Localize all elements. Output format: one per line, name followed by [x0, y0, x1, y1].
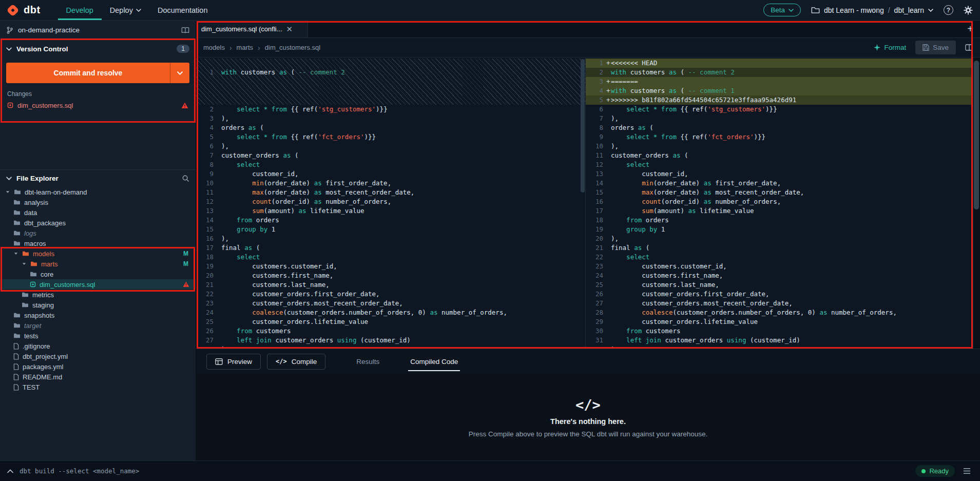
preview-button[interactable]: Preview — [206, 354, 261, 370]
line-number: 13 — [586, 169, 606, 179]
file-explorer-header[interactable]: File Explorer — [0, 169, 196, 187]
tree-item-tests[interactable]: tests — [0, 331, 196, 341]
code-line: 10), — [586, 142, 980, 151]
changed-file-row[interactable]: dim_customers.sql — [0, 99, 196, 112]
search-icon[interactable] — [182, 175, 189, 182]
diff-marker — [217, 290, 221, 299]
save-button[interactable]: Save — [915, 41, 956, 54]
new-tab-button[interactable]: + — [960, 21, 980, 37]
line-number: 22 — [196, 290, 217, 299]
tab-results[interactable]: Results — [354, 355, 381, 369]
nav-documentation[interactable]: Documentation — [149, 0, 216, 20]
breadcrumb-models[interactable]: models — [203, 44, 225, 51]
code-line: 27 left join customer_orders using (cust… — [196, 336, 585, 345]
compile-button[interactable]: </> Compile — [267, 354, 325, 370]
tree-item-logs[interactable]: logs — [0, 228, 196, 238]
line-number: 16 — [196, 234, 217, 243]
tree-item-label: TEST — [23, 383, 40, 391]
tree-item-core[interactable]: core — [0, 269, 196, 279]
command-input[interactable] — [20, 467, 909, 475]
settings-gear-icon[interactable] — [964, 6, 973, 15]
code-text: customers.first_name, — [611, 271, 980, 280]
folder-icon — [13, 209, 21, 216]
nav-develop[interactable]: Develop — [58, 0, 102, 20]
code-line: 11 max(order_date) as most_recent_order_… — [196, 188, 585, 197]
tree-item-dim_customers.sql[interactable]: dim_customers.sql — [0, 279, 196, 290]
left-pane-scrollbar[interactable] — [581, 59, 585, 193]
dbt-logo[interactable]: dbt — [6, 0, 41, 20]
split-view-icon[interactable] — [965, 44, 973, 51]
code-text: customer_id, — [221, 169, 585, 179]
diff-marker — [217, 179, 221, 188]
diff-marker: + — [606, 77, 611, 86]
tab-dim-customers[interactable]: dim_customers.sql (confli... ✕ — [196, 21, 308, 37]
empty-state-title: There's nothing here. — [550, 417, 626, 426]
line-number — [196, 77, 217, 86]
line-number: 8 — [196, 160, 217, 169]
diff-pane-incoming[interactable]: 1+<<<<<<< HEAD2with customers as ( -- co… — [586, 57, 980, 349]
breadcrumb: models › marts › dim_customers.sql — [203, 44, 320, 52]
commit-options-caret[interactable] — [170, 63, 189, 83]
beta-toggle[interactable]: Beta — [763, 4, 801, 16]
scrollbar-thumb[interactable] — [974, 61, 979, 209]
code-line: 25 customer_orders.lifetime_value — [196, 317, 585, 326]
folder-icon — [13, 333, 21, 339]
tree-item-macros[interactable]: macros — [0, 238, 196, 248]
breadcrumb-marts[interactable]: marts — [237, 44, 254, 51]
tab-compiled-code[interactable]: Compiled Code — [408, 355, 460, 369]
line-number: 24 — [586, 271, 606, 280]
tree-item-dbt_packages[interactable]: dbt_packages — [0, 218, 196, 228]
account-project-switcher[interactable]: dbt Learn - mwong / dbt_learn — [811, 6, 933, 14]
status-label: Ready — [929, 467, 949, 475]
editor-area: dim_customers.sql (confli... ✕ + models … — [196, 21, 980, 460]
breadcrumb-file[interactable]: dim_customers.sql — [265, 44, 320, 51]
tree-item-packages.yml[interactable]: packages.yml — [0, 361, 196, 372]
diff-marker — [606, 160, 611, 169]
tree-item-metrics[interactable]: metrics — [0, 290, 196, 300]
tree-item-models[interactable]: modelsM — [0, 248, 196, 259]
code-text: coalesce(customer_orders.number_of_order… — [611, 308, 980, 317]
diff-marker — [217, 77, 221, 86]
diff-marker — [217, 345, 221, 349]
editor-scrollbar[interactable] — [973, 57, 980, 349]
line-number: 20 — [586, 234, 606, 243]
tree-item-analysis[interactable]: analysis — [0, 197, 196, 207]
code-text: select * from {{ ref('stg_customers')}} — [221, 105, 585, 114]
diff-editor[interactable]: 1with customers as ( -- comment 22 selec… — [196, 57, 980, 349]
code-text: ), — [221, 234, 585, 243]
docs-icon[interactable] — [181, 27, 189, 34]
git-branch-row[interactable]: on-demand-practice — [0, 21, 196, 40]
nav-deploy[interactable]: Deploy — [102, 0, 149, 20]
line-number: 23 — [196, 299, 217, 308]
tree-item-TEST[interactable]: TEST — [0, 382, 196, 392]
tree-item-staging[interactable]: staging — [0, 300, 196, 310]
tree-item-snapshots[interactable]: snapshots — [0, 310, 196, 320]
top-nav: dbt Develop Deploy Documentation Beta db… — [0, 0, 980, 21]
close-tab-icon[interactable]: ✕ — [286, 25, 293, 34]
diff-marker — [606, 142, 611, 151]
file-icon — [13, 343, 19, 350]
tree-item-data[interactable]: data — [0, 207, 196, 218]
line-number: 10 — [196, 179, 217, 188]
chevron-up-icon[interactable] — [7, 469, 13, 473]
tree-item-dbt_project.yml[interactable]: dbt_project.yml — [0, 351, 196, 361]
tree-item-target[interactable]: target — [0, 320, 196, 331]
folder-icon — [13, 199, 21, 205]
commit-and-resolve-button[interactable]: Commit and resolve — [6, 63, 189, 83]
diff-pane-current[interactable]: 1with customers as ( -- comment 22 selec… — [196, 57, 586, 349]
menu-icon[interactable] — [961, 466, 973, 476]
version-control-header[interactable]: Version Control 1 — [0, 40, 196, 57]
code-line: 32) — [586, 345, 980, 349]
code-text — [221, 95, 585, 105]
commit-button-label[interactable]: Commit and resolve — [6, 63, 170, 83]
help-icon[interactable]: ? — [944, 5, 953, 15]
tree-item-dbt-learn-on-demand[interactable]: dbt-learn-on-demand — [0, 187, 196, 197]
tree-item-marts[interactable]: martsM — [0, 259, 196, 269]
code-line: 17final as ( — [196, 243, 585, 253]
tree-item-.gitignore[interactable]: .gitignore — [0, 341, 196, 351]
tree-item-README.md[interactable]: README.md — [0, 372, 196, 382]
format-button[interactable]: Format — [874, 44, 906, 51]
code-text: >>>>>>> b81f802a66fd544504c65721e3ffaaa9… — [611, 95, 980, 105]
diff-marker — [217, 262, 221, 271]
folder-icon — [22, 292, 29, 298]
